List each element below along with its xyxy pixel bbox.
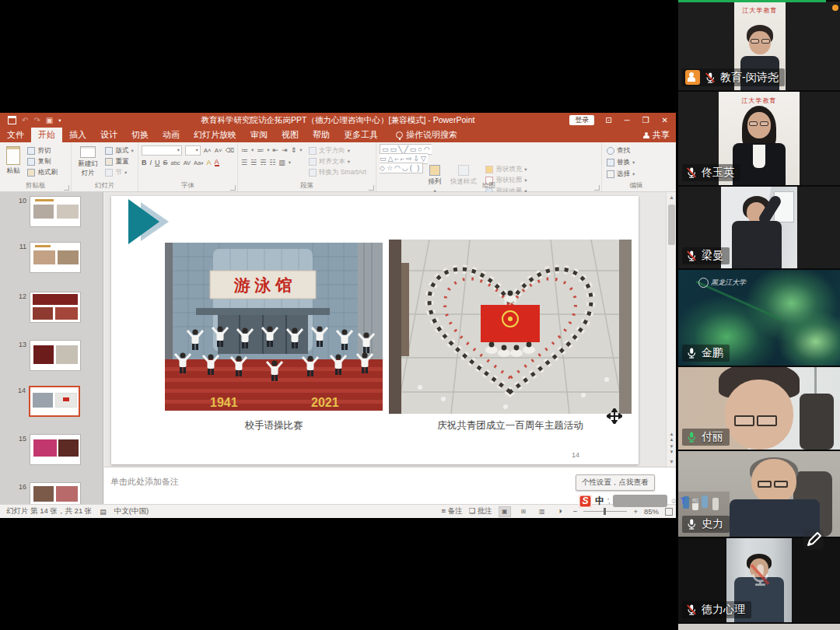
photo-youth-league-heart[interactable] xyxy=(389,240,632,414)
participant-tile-partial[interactable] xyxy=(678,624,840,630)
notes-toggle[interactable]: ≡ 备注 xyxy=(442,506,463,516)
mic-muted-icon[interactable] xyxy=(685,166,698,179)
copy-button[interactable]: 复制 xyxy=(27,157,58,166)
mic-muted-icon[interactable] xyxy=(704,72,716,84)
paragraph-dialog-launcher[interactable] xyxy=(369,185,374,191)
convert-smartart-button[interactable]: 转换为 SmartArt xyxy=(309,168,366,177)
participant-tile[interactable]: 梁曼 xyxy=(678,187,840,268)
tab-view[interactable]: 视图 xyxy=(275,128,306,142)
paste-button[interactable]: 粘贴 xyxy=(3,145,23,177)
mic-on-icon[interactable] xyxy=(685,347,698,359)
thumbnail-slide-13[interactable]: 13 xyxy=(30,340,81,371)
shapes-gallery[interactable]: ▭▭╲╱▭○◠▭△⌐⌐⇨⇩▽◇☆◠◡( ) xyxy=(380,144,432,173)
numbering-icon[interactable]: ≕ xyxy=(257,146,264,154)
select-button[interactable]: 选择▾ xyxy=(607,170,635,179)
tab-help[interactable]: 帮助 xyxy=(306,128,337,142)
columns-icon[interactable]: ▥ xyxy=(278,159,285,166)
ribbon-display-options-icon[interactable]: ⊡ xyxy=(605,116,611,124)
text-shadow-icon[interactable]: abc xyxy=(171,159,180,166)
reset-button[interactable]: 重置 xyxy=(105,157,133,166)
tell-me-search[interactable]: 操作说明搜索 xyxy=(396,128,457,142)
scrollbar-thumb[interactable] xyxy=(668,205,675,245)
justify-icon[interactable]: ☷ xyxy=(269,159,275,166)
mic-on-icon[interactable] xyxy=(685,518,698,530)
increase-indent-icon[interactable]: ⇥ xyxy=(282,146,288,154)
ime-toolbar[interactable]: S 中 ’, ☺ T ⌨ xyxy=(579,492,698,509)
bold-icon[interactable]: B xyxy=(142,159,147,166)
ime-toolbox-icon[interactable]: T xyxy=(681,496,686,506)
zoom-out-icon[interactable]: − xyxy=(573,507,578,516)
section-button[interactable]: 节▾ xyxy=(105,168,133,177)
vertical-scrollbar[interactable]: ▲ ▲▲ ▼▼ ▼ xyxy=(666,192,676,467)
font-name-combobox[interactable]: ▾ xyxy=(142,145,182,156)
sogou-input-icon[interactable]: S xyxy=(579,495,592,508)
thumbnail-slide-12[interactable]: 12 xyxy=(30,292,81,323)
proofing-icon[interactable]: ▤ xyxy=(100,508,107,516)
current-slide[interactable]: 游 泳 馆 1941 2021 xyxy=(111,196,639,464)
align-center-icon[interactable]: ☱ xyxy=(250,159,257,166)
clipboard-dialog-launcher[interactable] xyxy=(64,185,69,191)
redo-icon[interactable]: ↷ xyxy=(33,116,40,124)
thumbnail-slide-15[interactable]: 15 xyxy=(30,434,81,465)
arrange-button[interactable]: 排列 ▾ xyxy=(425,163,445,196)
participant-tile[interactable]: 江大学教育 教育-闵诗尧 xyxy=(678,2,840,90)
comments-toggle[interactable]: ❏ 批注 xyxy=(469,506,492,516)
zoom-slider[interactable] xyxy=(583,511,627,512)
font-color-icon[interactable]: A xyxy=(215,159,219,166)
font-size-combobox[interactable]: ▾ xyxy=(185,145,201,156)
participant-tile[interactable]: 史力 xyxy=(678,451,840,537)
tab-more-tools[interactable]: 更多工具 xyxy=(337,128,385,142)
scroll-down-icon[interactable]: ▼ xyxy=(667,457,677,467)
thumbnail-slide-16[interactable]: 16 xyxy=(30,482,81,504)
ime-tooltip[interactable]: 个性设置，点我查看 xyxy=(576,474,655,491)
text-direction-button[interactable]: 文字方向▾ xyxy=(309,146,366,156)
new-slide-button[interactable]: 新建幻灯片 xyxy=(75,145,101,180)
participant-tile-speaking[interactable]: 付丽 xyxy=(678,367,840,450)
share-button[interactable]: 共享 xyxy=(643,128,670,142)
photo-sign-language-contest[interactable]: 游 泳 馆 1941 2021 xyxy=(165,243,383,411)
align-right-icon[interactable]: ☴ xyxy=(260,159,266,166)
participant-tile[interactable]: 黑龙江大学 金鹏 xyxy=(678,270,840,366)
mic-muted-icon[interactable] xyxy=(685,604,698,616)
highlight-color-icon[interactable]: A xyxy=(207,159,212,166)
find-button[interactable]: 查找 xyxy=(607,146,635,156)
save-icon[interactable] xyxy=(8,116,16,124)
participant-tile[interactable]: 江大学教育 佟玉英 xyxy=(678,92,840,185)
slideshow-view-button[interactable]: ⏵ xyxy=(555,506,567,517)
align-text-button[interactable]: 对齐文本▾ xyxy=(309,157,366,166)
underline-icon[interactable]: U xyxy=(155,159,160,166)
tab-design[interactable]: 设计 xyxy=(93,128,124,142)
undo-icon[interactable]: ↶ xyxy=(22,116,28,124)
ime-language-indicator[interactable]: 中 xyxy=(595,495,604,508)
ime-keyboard-icon[interactable]: ⌨ xyxy=(688,497,698,505)
tab-animations[interactable]: 动画 xyxy=(156,128,187,142)
annotation-pencil-icon[interactable] xyxy=(801,527,826,552)
slide-sorter-view-button[interactable]: ⊞ xyxy=(517,506,530,517)
reading-view-button[interactable]: ▥ xyxy=(536,506,548,517)
char-spacing-icon[interactable]: AV xyxy=(184,159,191,166)
mic-speaking-icon[interactable] xyxy=(685,431,698,443)
layout-button[interactable]: 版式▾ xyxy=(105,146,133,156)
close-icon[interactable]: ✕ xyxy=(662,116,668,124)
grow-font-icon[interactable]: A˄ xyxy=(204,147,212,154)
decrease-indent-icon[interactable]: ⇤ xyxy=(273,146,279,154)
thumbnail-slide-11[interactable]: 11 xyxy=(30,242,81,273)
shape-fill-button[interactable]: 形状填充▾ xyxy=(485,165,527,174)
ime-emoji-icon[interactable]: ☺ xyxy=(670,497,677,505)
change-case-icon[interactable]: Aa▾ xyxy=(194,159,203,166)
minimize-icon[interactable]: ─ xyxy=(625,116,630,124)
ime-punctuation-icon[interactable]: ’, xyxy=(607,497,610,505)
scroll-up-icon[interactable]: ▲ xyxy=(667,192,677,202)
font-dialog-launcher[interactable] xyxy=(230,185,236,191)
italic-icon[interactable]: I xyxy=(150,159,152,166)
qat-customize-icon[interactable]: ▾ xyxy=(58,117,61,124)
language-indicator[interactable]: 中文(中国) xyxy=(114,506,149,516)
tab-slideshow[interactable]: 幻灯片放映 xyxy=(187,128,243,142)
line-spacing-icon[interactable]: ⇕ xyxy=(291,146,297,154)
shrink-font-icon[interactable]: A˅ xyxy=(215,147,222,154)
cut-button[interactable]: 剪切 xyxy=(27,146,58,156)
mic-muted-icon[interactable] xyxy=(685,250,698,262)
tab-home[interactable]: 开始 xyxy=(31,128,62,142)
ime-skin-panel[interactable] xyxy=(613,495,667,507)
slideshow-from-start-icon[interactable]: ▣ xyxy=(46,116,53,124)
